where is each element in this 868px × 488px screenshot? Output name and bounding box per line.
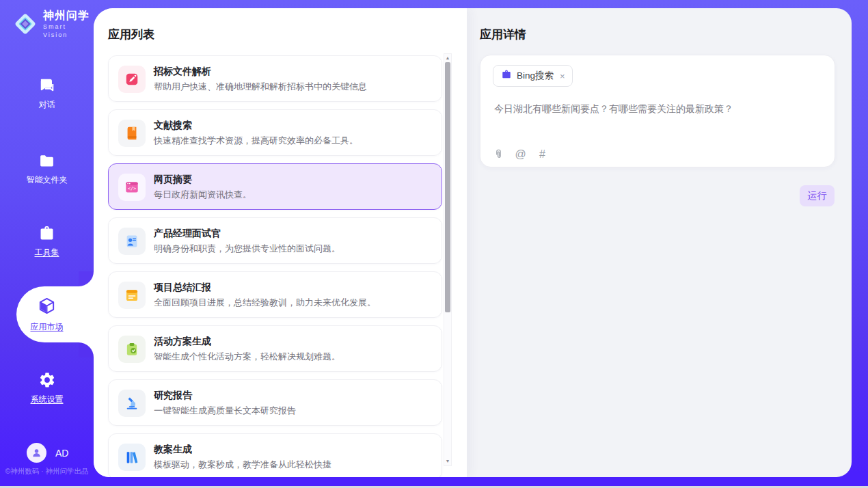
chat-icon: [38, 77, 56, 94]
sidebar-item-label: 应用市场: [31, 321, 64, 333]
app-list-item[interactable]: 文献搜索快速精准查找学术资源，提高研究效率的必备工具。: [108, 109, 442, 156]
app-description: 每日政府新闻资讯快查。: [154, 189, 252, 201]
microscope-icon: [118, 390, 146, 417]
scroll-up-icon[interactable]: ▲: [446, 54, 450, 62]
report-note-icon: [118, 282, 146, 309]
active-tab-notch-bottom: [79, 342, 94, 357]
app-list-item[interactable]: 项目总结汇报全面回顾项目进展，总结经验教训，助力未来优化发展。: [108, 271, 442, 318]
sidebar: 神州问学 Smart Vision 对话智能文件夹工具集应用市场系统设置 AD …: [0, 0, 94, 486]
brand-logo-block: 神州问学 Smart Vision: [12, 9, 94, 39]
prompt-card: Bing搜索 × 今日湖北有哪些新闻要点？有哪些需要关注的最新政策？ @ #: [480, 55, 835, 167]
svg-text:</>: </>: [128, 186, 136, 191]
app-name: 活动方案生成: [154, 336, 211, 348]
prompt-input[interactable]: 今日湖北有哪些新闻要点？有哪些需要关注的最新政策？: [494, 103, 822, 116]
app-list-scrollbar[interactable]: ▲ ▼: [444, 53, 452, 466]
app-name: 招标文件解析: [154, 66, 211, 78]
sidebar-item-settings[interactable]: 系统设置: [0, 371, 94, 405]
app-list-item[interactable]: 招标文件解析帮助用户快速、准确地理解和解析招标书中的关键信息: [108, 55, 442, 102]
briefcase-icon: [501, 69, 512, 83]
app-name: 文献搜索: [154, 120, 192, 132]
app-description: 全面回顾项目进展，总结经验教训，助力未来优化发展。: [154, 297, 376, 309]
chip-close-icon[interactable]: ×: [558, 71, 565, 81]
tool-chip-label: Bing搜索: [517, 70, 554, 82]
sidebar-item-tools[interactable]: 工具集: [0, 224, 94, 258]
sidebar-item-label: 对话: [39, 99, 55, 111]
app-description: 一键智能生成高质量长文本研究报告: [154, 405, 296, 417]
brand-name: 神州问学: [43, 9, 94, 23]
sidebar-item-label: 工具集: [35, 247, 59, 258]
app-detail-panel: 应用详情 Bing搜索 × 今日湖北有哪些新闻要点？有哪些需要关注的最新政策？: [467, 8, 852, 477]
doc-edit-icon: [118, 66, 146, 93]
sidebar-item-label: 系统设置: [31, 394, 64, 405]
prompt-toolbar: @ #: [493, 148, 548, 160]
app-list-item[interactable]: 研究报告一键智能生成高质量长文本研究报告: [108, 379, 442, 426]
sidebar-item-market-active[interactable]: 应用市场: [16, 286, 94, 342]
books-icon: [118, 444, 146, 471]
active-tab-notch-top: [79, 271, 94, 286]
toolbox-icon: [38, 224, 56, 242]
app-description: 帮助用户快速、准确地理解和解析招标书中的关键信息: [154, 81, 367, 93]
user-account[interactable]: AD: [27, 443, 68, 463]
app-name: 研究报告: [154, 390, 192, 402]
app-list: 招标文件解析帮助用户快速、准确地理解和解析招标书中的关键信息文献搜索快速精准查找…: [108, 55, 442, 477]
folder-icon: [38, 152, 56, 170]
tool-chip-bing-search[interactable]: Bing搜索 ×: [493, 65, 573, 87]
cube-icon: [38, 297, 56, 318]
app-list-title: 应用列表: [108, 27, 154, 42]
app-list-item[interactable]: 教案生成模板驱动，教案秒成，教学准备从此轻松快捷: [108, 433, 442, 477]
run-button[interactable]: 运行: [800, 185, 835, 206]
gear-icon: [38, 371, 56, 389]
interview-icon: [118, 228, 146, 255]
attachment-icon[interactable]: [493, 148, 504, 160]
app-name: 产品经理面试官: [154, 228, 221, 240]
app-list-item[interactable]: 产品经理面试官明确身份和职责，为您提供专业性的面试问题。: [108, 217, 442, 264]
app-description: 智能生成个性化活动方案，轻松解决规划难题。: [154, 351, 340, 363]
app-description: 明确身份和职责，为您提供专业性的面试问题。: [154, 243, 340, 255]
app-detail-title: 应用详情: [480, 27, 526, 42]
scroll-down-icon[interactable]: ▼: [446, 457, 450, 465]
brand-subtitle: Smart Vision: [43, 23, 94, 39]
clipboard-check-icon: [118, 336, 146, 363]
app-description: 模板驱动，教案秒成，教学准备从此轻松快捷: [154, 459, 331, 471]
mention-icon[interactable]: @: [515, 148, 526, 160]
main-content: 应用列表 招标文件解析帮助用户快速、准确地理解和解析招标书中的关键信息文献搜索快…: [94, 8, 852, 477]
app-list-item[interactable]: 活动方案生成智能生成个性化活动方案，轻松解决规划难题。: [108, 325, 442, 372]
scrollbar-thumb[interactable]: [445, 62, 450, 312]
sidebar-footer-text: ©神州数码 · 神州问学出品: [0, 467, 94, 476]
app-name: 项目总结汇报: [154, 282, 211, 294]
app-list-item-selected[interactable]: </>网页摘要每日政府新闻资讯快查。: [108, 163, 442, 210]
app-description: 快速精准查找学术资源，提高研究效率的必备工具。: [154, 135, 358, 147]
sidebar-item-label: 智能文件夹: [27, 174, 68, 186]
app-name: 教案生成: [154, 444, 192, 456]
sidebar-item-chat[interactable]: 对话: [0, 77, 94, 111]
hash-icon[interactable]: #: [537, 148, 548, 160]
app-list-panel: 应用列表 招标文件解析帮助用户快速、准确地理解和解析招标书中的关键信息文献搜索快…: [94, 8, 467, 477]
web-code-icon: </>: [118, 174, 146, 201]
user-initials: AD: [55, 448, 68, 459]
book-icon: [118, 120, 146, 147]
avatar[interactable]: [27, 443, 46, 463]
sidebar-item-folders[interactable]: 智能文件夹: [0, 152, 94, 186]
brand-diamond-icon: [12, 11, 38, 37]
app-name: 网页摘要: [154, 174, 192, 186]
